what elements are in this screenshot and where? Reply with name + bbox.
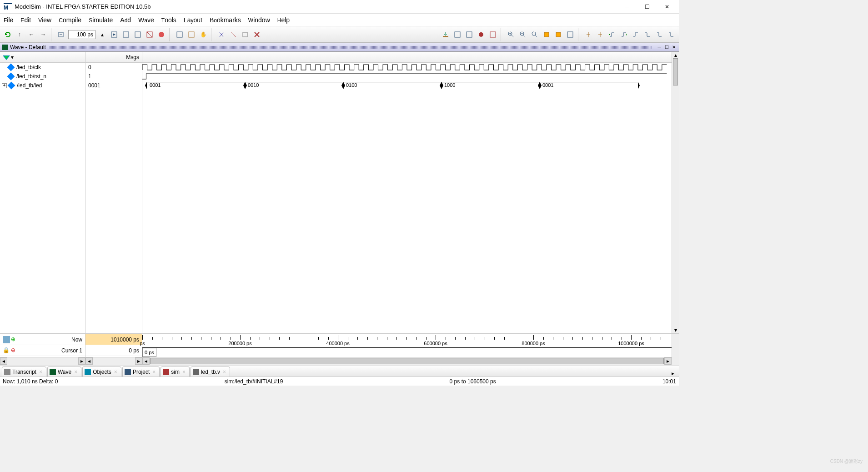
waveform-clk[interactable] bbox=[142, 63, 672, 72]
msg-row[interactable]: 0 bbox=[85, 63, 142, 72]
clipboard-icon[interactable] bbox=[240, 30, 250, 40]
tab-led-tb-v[interactable]: led_tb.v× bbox=[191, 367, 230, 377]
tab-close-icon[interactable]: × bbox=[223, 369, 226, 375]
signal-hscroll[interactable]: ◂ ▸ bbox=[0, 357, 85, 365]
bus-segment[interactable]: 0001 bbox=[540, 82, 638, 88]
waveform-rst[interactable] bbox=[142, 72, 672, 81]
cursor-trans4-icon[interactable] bbox=[642, 30, 652, 40]
menu-tools[interactable]: Tools bbox=[161, 16, 176, 24]
msg-row[interactable]: 0001 bbox=[85, 81, 142, 90]
hand-icon[interactable]: ✋ bbox=[198, 30, 208, 40]
menu-compile[interactable]: Compile bbox=[59, 16, 81, 24]
tab-close-icon[interactable]: × bbox=[114, 369, 117, 375]
bus-segment[interactable]: 0001 bbox=[147, 82, 245, 88]
left-arrow-icon[interactable]: ← bbox=[26, 30, 36, 40]
scroll-track[interactable] bbox=[93, 357, 135, 365]
wave-maximize-icon[interactable]: ☐ bbox=[663, 44, 670, 50]
signal-row-clk[interactable]: /led_tb/clk bbox=[0, 63, 85, 72]
scroll-right-icon[interactable]: ▸ bbox=[78, 357, 85, 365]
wave-hscroll[interactable]: ◂ ▸ bbox=[142, 357, 672, 365]
scroll-right-icon[interactable]: ▸ bbox=[664, 357, 672, 365]
options-icon[interactable] bbox=[488, 30, 498, 40]
menu-file[interactable]: File bbox=[4, 16, 13, 24]
menu-wave[interactable]: Wave bbox=[138, 16, 154, 24]
spinner-up-icon[interactable]: ▴ bbox=[97, 30, 107, 40]
run-length-input[interactable] bbox=[68, 30, 95, 39]
run-icon[interactable] bbox=[109, 30, 119, 40]
save-wave-icon[interactable] bbox=[452, 30, 462, 40]
scroll-track[interactable] bbox=[150, 357, 664, 365]
tab-wave[interactable]: Wave× bbox=[47, 367, 81, 377]
tab-transcript[interactable]: Transcript× bbox=[2, 367, 46, 377]
locked-icon[interactable] bbox=[476, 30, 486, 40]
wave-settings-icon[interactable] bbox=[464, 30, 474, 40]
bus-segment[interactable]: 0100 bbox=[343, 82, 442, 88]
add-small-icon[interactable]: ⊕ bbox=[11, 336, 18, 343]
msgs-hscroll[interactable]: ◂ ▸ bbox=[85, 357, 142, 365]
cursor-position-box[interactable]: 0 ps bbox=[142, 348, 156, 357]
signal-row-rst[interactable]: /led_tb/rst_n bbox=[0, 72, 85, 81]
menu-layout[interactable]: Layout bbox=[184, 16, 202, 24]
footer-ruler-area[interactable]: ps200000 ps400000 ps600000 ps800000 ps10… bbox=[142, 334, 672, 357]
cursor-trans2-icon[interactable] bbox=[619, 30, 629, 40]
menu-help[interactable]: Help bbox=[277, 16, 290, 24]
bus-segment[interactable]: 1000 bbox=[442, 82, 540, 88]
scroll-right-icon[interactable]: ▸ bbox=[135, 357, 142, 365]
scroll-left-icon[interactable]: ◂ bbox=[85, 357, 93, 365]
scroll-thumb[interactable] bbox=[673, 58, 678, 85]
up-arrow-icon[interactable]: ↑ bbox=[15, 30, 25, 40]
refresh-icon[interactable] bbox=[3, 30, 13, 40]
step-icon[interactable] bbox=[186, 30, 196, 40]
menu-view[interactable]: View bbox=[38, 16, 51, 24]
zoom-cursor-icon[interactable] bbox=[542, 30, 552, 40]
scroll-left-icon[interactable]: ◂ bbox=[0, 357, 7, 365]
zoom-range-icon[interactable] bbox=[553, 30, 563, 40]
bus-segment[interactable]: 0010 bbox=[245, 82, 343, 88]
menu-edit[interactable]: Edit bbox=[20, 16, 31, 24]
zoom-other-icon[interactable] bbox=[565, 30, 575, 40]
run-continue-icon[interactable] bbox=[133, 30, 143, 40]
right-arrow-icon[interactable]: → bbox=[38, 30, 48, 40]
cursor-prev-icon[interactable] bbox=[583, 30, 593, 40]
close-button[interactable]: ✕ bbox=[662, 2, 672, 11]
menu-window[interactable]: Window bbox=[248, 16, 270, 24]
cursor-trans5-icon[interactable] bbox=[654, 30, 664, 40]
waveform-column[interactable]: 00010010010010000001 bbox=[142, 52, 672, 333]
tab-objects[interactable]: Objects× bbox=[82, 367, 121, 377]
scroll-down-arrow[interactable]: ▾ bbox=[672, 327, 679, 333]
minimize-button[interactable]: ─ bbox=[622, 2, 632, 11]
stop-icon[interactable] bbox=[156, 30, 166, 40]
cursor-trans6-icon[interactable] bbox=[666, 30, 676, 40]
menu-add[interactable]: Add bbox=[120, 16, 131, 24]
tab-close-icon[interactable]: × bbox=[74, 369, 77, 375]
next-edge-icon[interactable] bbox=[228, 30, 238, 40]
step-over-icon[interactable] bbox=[56, 30, 66, 40]
tab-close-icon[interactable]: × bbox=[39, 369, 42, 375]
tab-project[interactable]: Project× bbox=[122, 367, 160, 377]
load-wave-icon[interactable] bbox=[441, 30, 451, 40]
scroll-left-icon[interactable]: ◂ bbox=[142, 357, 150, 365]
zoom-full-icon[interactable] bbox=[530, 30, 540, 40]
signal-menu-icon[interactable] bbox=[3, 54, 10, 61]
lock-icon[interactable]: 🔒 bbox=[3, 347, 10, 354]
scroll-track[interactable] bbox=[7, 357, 78, 365]
tab-close-icon[interactable]: × bbox=[152, 369, 156, 375]
cursor-trans1-icon[interactable] bbox=[607, 30, 617, 40]
msg-row[interactable]: 1 bbox=[85, 72, 142, 81]
scroll-thumb[interactable] bbox=[150, 358, 664, 364]
maximize-button[interactable]: ☐ bbox=[642, 2, 652, 11]
wave-minimize-icon[interactable]: ─ bbox=[656, 44, 662, 50]
remove-small-icon[interactable]: ⊖ bbox=[11, 347, 18, 354]
signal-header[interactable]: ▾ bbox=[0, 52, 85, 63]
zoom-in-icon[interactable] bbox=[506, 30, 516, 40]
signal-row-led[interactable]: + /led_tb/led bbox=[0, 81, 85, 90]
zoom-out-icon[interactable] bbox=[518, 30, 528, 40]
scroll-up-arrow[interactable]: ▴ bbox=[672, 52, 679, 58]
cut-section-icon[interactable] bbox=[216, 30, 226, 40]
tab-close-icon[interactable]: × bbox=[182, 369, 186, 375]
expand-toggle[interactable]: + bbox=[2, 83, 7, 88]
delete-icon[interactable] bbox=[252, 30, 262, 40]
cursor-next-icon[interactable] bbox=[595, 30, 605, 40]
cursor-trans3-icon[interactable] bbox=[631, 30, 641, 40]
vertical-scrollbar[interactable]: ▴ ▾ bbox=[672, 52, 679, 333]
